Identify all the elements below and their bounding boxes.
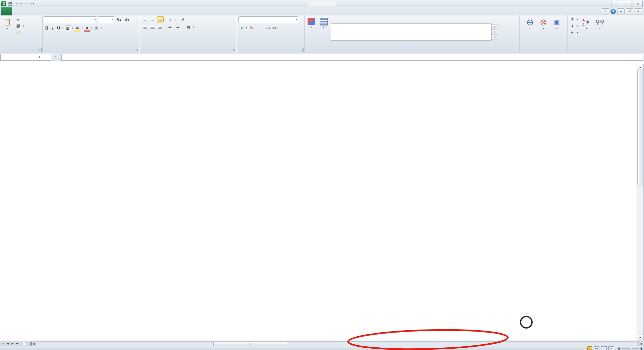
name-box-dropdown-icon[interactable]: ▾ [26,54,51,60]
number-format-select[interactable]: ▾ [238,16,298,23]
restore-button[interactable]: ❐ [622,1,632,7]
font-color-icon[interactable]: A [84,25,90,32]
align-right-icon[interactable] [157,24,164,30]
group-editing: Σ▾ ⬇▾ ✂︎▾ AZ▼ ▾ ⚲⚲ ▾ [568,15,644,53]
fill-color-icon[interactable]: 📾 [74,25,80,32]
page-break-view-icon[interactable] [608,346,614,350]
clear-button[interactable]: ✂︎▾ [569,30,579,35]
number-dialog-launcher[interactable]: ↘ [300,48,304,52]
align-center-icon[interactable] [149,24,156,30]
normal-view-icon[interactable] [594,346,599,350]
zoom-slider-knob[interactable] [630,347,632,350]
workbook-close-button[interactable]: ✕ [635,8,642,14]
fill-button[interactable]: ⬇▾ [569,23,579,29]
collapse-ribbon-icon[interactable]: ⌃ [602,8,609,14]
conditional-formatting-button[interactable]: ▾ [306,16,317,47]
gallery-down-icon[interactable]: ▼ [492,30,497,35]
page-layout-view-icon[interactable] [601,346,607,350]
first-sheet-icon[interactable]: ⏮ [1,342,5,345]
format-as-table-button[interactable]: ▾ [318,16,329,47]
phonetic-guide-icon[interactable]: 文 [93,25,100,31]
insert-cells-icon: ⨁ [526,18,534,26]
workbook-restore-button[interactable]: ❐ [626,8,633,14]
scroll-up-icon[interactable]: ▲ [637,64,643,70]
increase-decimal-icon[interactable]: ←.0 [265,25,271,31]
eraser-icon: ✂︎ [570,30,575,35]
vertical-scroll-thumb[interactable] [637,71,643,185]
scroll-down-icon[interactable]: ▼ [637,335,643,341]
window-title [0,0,644,7]
vertical-scrollbar[interactable]: ▲ ▼ [637,64,644,341]
scroll-right-icon[interactable]: ▶ [639,342,644,345]
bold-button[interactable]: B [44,25,50,31]
decrease-indent-icon[interactable]: ⇤ [167,24,173,30]
decrease-decimal-icon[interactable]: .00→ [272,25,279,31]
cut-button[interactable]: ✂ [15,17,25,22]
ribbon: 📋 ▾ ✂ 🗐▾ 🖌 ↘ ▾ ▾ A▴ A▾ [0,15,644,53]
status-bar: ⊖ ⊕ [0,346,644,350]
sort-filter-icon: AZ▼ [582,18,591,26]
horizontal-scroll-thumb[interactable]: ‖ [213,342,287,346]
accounting-format-icon[interactable]: ¤ [238,25,245,31]
zoom-in-icon[interactable]: ⊕ [640,347,643,350]
borders-icon[interactable]: ▦ [65,25,71,31]
autosum-button[interactable]: Σ▾ [569,17,579,22]
group-clipboard: 📋 ▾ ✂ 🗐▾ 🖌 ↘ [0,15,43,53]
sheet-tab-bar: ⏮ ◀ ▶ ⏭ 📄 ▌◀ ‖ ▶ [0,341,644,346]
cell-styles-gallery [331,23,492,41]
underline-button[interactable]: U [56,25,61,31]
font-name-select[interactable]: ▾ [44,16,97,23]
alignment-dialog-launcher[interactable]: ↘ [232,48,236,52]
copy-button[interactable]: 🗐▾ [15,23,25,29]
font-dialog-launcher[interactable]: ↘ [135,48,139,52]
merge-center-button[interactable]: ▤▾ [185,24,195,30]
font-size-select[interactable]: ▾ [98,16,114,23]
workbook-minimize-button[interactable]: ─ [617,8,625,14]
insert-worksheet-icon[interactable]: 📄 [20,342,28,345]
sort-filter-button[interactable]: AZ▼ ▾ [581,16,593,47]
worksheet-grid[interactable] [0,61,644,341]
paste-icon: 📋 [3,18,12,26]
format-as-table-icon [320,18,328,26]
group-alignment: ⤵▾ ↲ ⇤ ⇥ ▤▾ ↘ [140,15,237,53]
paste-button[interactable]: 📋 ▾ [1,16,13,47]
align-top-icon[interactable] [142,16,148,22]
align-left-icon[interactable] [142,24,148,30]
orientation-icon[interactable]: ⤵ [167,16,173,22]
grow-font-button[interactable]: A▴ [115,17,123,23]
zoom-out-icon[interactable]: ⊖ [618,347,620,350]
help-icon[interactable]: ? [610,9,616,14]
group-cells: ⨁ ▾ ⨂ ▾ ▣ ▾ [520,15,568,53]
title-bar: X 💾 ↶▾ ↷▾ ▾ ─ ❐ ✕ [0,0,644,8]
insert-cells-button[interactable]: ⨁ ▾ [524,16,536,47]
excel-window: X 💾 ↶▾ ↷▾ ▾ ─ ❐ ✕ ⌃ ? ─ ❐ ✕ 📋 [0,0,644,350]
gallery-more-icon[interactable]: ☰ [492,35,497,40]
wrap-text-icon: ↲ [180,17,185,22]
shrink-font-button[interactable]: A▾ [124,17,130,22]
close-button[interactable]: ✕ [633,1,643,7]
find-select-button[interactable]: ⚲⚲ ▾ [594,16,606,47]
last-sheet-icon[interactable]: ⏭ [15,342,19,345]
tab-split-handle[interactable]: ▌◀ [31,342,35,345]
clipboard-dialog-launcher[interactable]: ↘ [38,48,42,52]
scissors-icon: ✂ [16,17,21,22]
comma-style-icon[interactable]: , [256,25,262,31]
macro-record-icon[interactable] [587,346,592,350]
percent-style-icon[interactable]: % [248,25,255,31]
delete-cells-button[interactable]: ⨂ ▾ [537,16,549,47]
align-bottom-icon[interactable] [157,16,164,22]
align-middle-icon[interactable] [149,16,156,22]
name-box[interactable]: ▾ [0,54,51,61]
increase-indent-icon[interactable]: ⇥ [174,24,181,30]
gallery-up-icon[interactable]: ▲ [492,24,497,29]
format-painter-button[interactable]: 🖌 [15,30,25,35]
horizontal-scrollbar[interactable]: ‖ [35,341,639,346]
wrap-text-button[interactable]: ↲ [179,17,187,22]
next-sheet-icon[interactable]: ▶ [10,342,15,345]
formula-input[interactable] [61,54,643,61]
format-cells-button[interactable]: ▣ ▾ [551,16,563,47]
minimize-button[interactable]: ─ [611,1,621,7]
tab-file[interactable] [1,7,12,15]
italic-button[interactable]: I [51,25,55,32]
prev-sheet-icon[interactable]: ◀ [6,342,10,345]
